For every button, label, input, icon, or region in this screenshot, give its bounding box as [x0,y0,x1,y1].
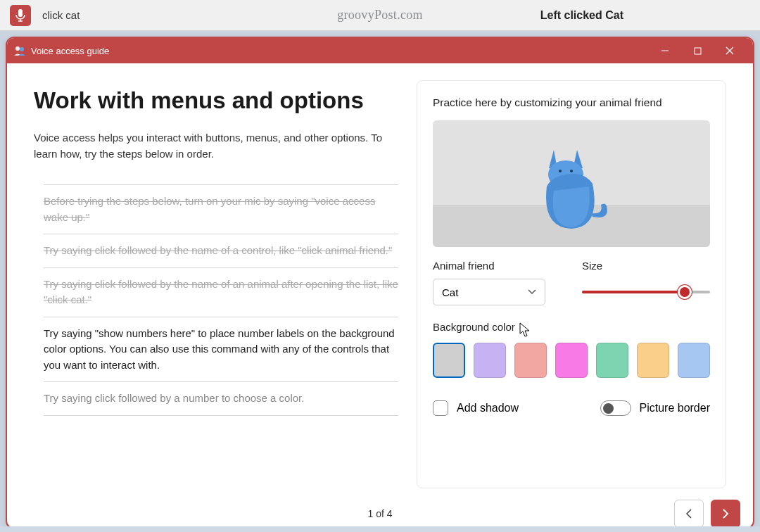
svg-rect-0 [18,9,23,17]
close-button[interactable] [714,38,746,63]
svg-point-8 [559,170,562,172]
voice-command-bar: click cat groovyPost.com Left clicked Ca… [0,0,760,31]
mic-button[interactable] [10,5,31,26]
animal-friend-label: Animal friend [433,260,561,272]
taskbar [0,526,760,532]
color-swatches [433,343,710,378]
title-bar: Voice access guide [7,38,753,63]
voice-command-text: click cat [42,9,80,21]
color-swatch-0[interactable] [433,343,465,378]
app-icon [14,46,27,56]
step-item: Try saying click followed by the name of… [44,234,398,268]
maximize-icon [694,47,702,55]
step-item: Try saying "show numbers here" to place … [44,317,398,383]
dropdown-value: Cat [442,286,458,298]
cat-image [522,136,621,234]
svg-point-2 [20,47,24,51]
step-item: Try saying click followed by the name of… [44,268,398,317]
window-title: Voice access guide [31,46,109,56]
practice-panel: Practice here by customizing your animal… [417,80,726,488]
watermark-text: groovyPost.com [337,8,423,23]
close-icon [726,46,734,55]
minimize-icon [661,46,669,55]
chevron-down-icon [528,289,536,295]
step-item: Try saying click followed by a number to… [44,382,398,416]
svg-point-1 [15,46,20,51]
page-title: Work with menus and options [34,86,398,115]
previous-button[interactable] [674,500,704,528]
chevron-left-icon [685,509,692,519]
picture-border-label: Picture border [640,402,711,414]
minimize-button[interactable] [649,38,681,63]
color-swatch-1[interactable] [474,343,506,378]
background-color-label: Background color [433,321,710,333]
instructions-panel: Work with menus and options Voice access… [34,80,398,493]
color-swatch-3[interactable] [555,343,588,378]
svg-point-9 [570,170,573,172]
page-indicator: 1 of 4 [367,508,392,519]
add-shadow-label: Add shadow [457,402,519,414]
maximize-button[interactable] [681,38,714,63]
picture-border-toggle[interactable] [600,400,631,416]
animal-friend-dropdown[interactable]: Cat [433,279,545,305]
step-item: Before trying the steps below, turn on y… [44,184,398,234]
color-swatch-2[interactable] [514,343,547,378]
intro-text: Voice access helps you interact with but… [34,130,398,162]
animal-preview [433,120,710,247]
color-swatch-6[interactable] [678,343,710,378]
size-label: Size [582,260,710,272]
color-swatch-4[interactable] [596,343,628,378]
voice-access-guide-window: Voice access guide Work with menus and o… [6,37,754,529]
chevron-right-icon [722,509,729,519]
color-swatch-5[interactable] [637,343,669,378]
svg-rect-4 [695,48,701,54]
voice-status-text: Left clicked Cat [540,9,623,22]
steps-list: Before trying the steps below, turn on y… [34,184,398,416]
add-shadow-checkbox[interactable] [433,400,448,416]
mic-icon [15,9,25,22]
footer: 1 of 4 [7,501,753,528]
practice-heading: Practice here by customizing your animal… [433,96,710,109]
size-slider[interactable] [582,279,710,305]
next-button[interactable] [711,500,740,528]
